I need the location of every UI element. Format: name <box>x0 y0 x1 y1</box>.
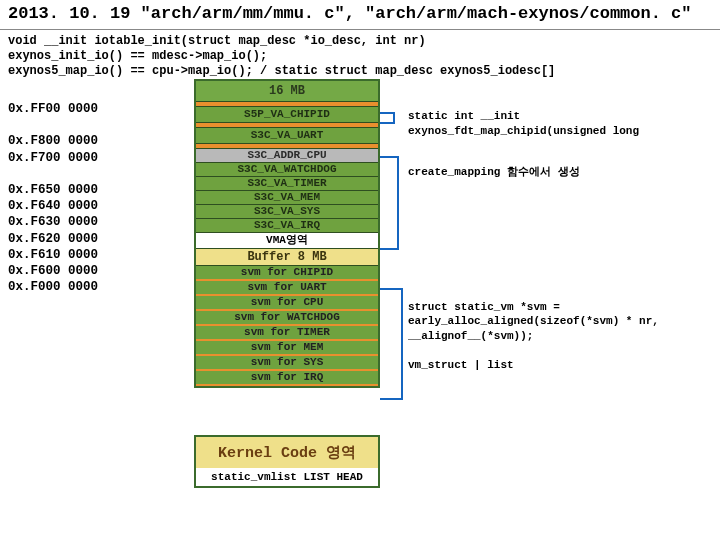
note-struct-line-2: early_alloc_aligned(sizeof(*svm) * nr, <box>408 314 712 329</box>
mem-header-16mb: 16 MB <box>196 81 378 102</box>
mem-row-irq: S3C_VA_IRQ <box>196 219 378 233</box>
note-struct-line-1: struct static_vm *svm = <box>408 300 712 315</box>
addr-3: 0x.F700 0000 <box>8 150 98 166</box>
addr-10: 0x.F600 0000 <box>8 263 98 279</box>
code-line-3: exynos5_map_io() == cpu->map_io(); / sta… <box>8 64 712 79</box>
memory-map-column: 16 MB S5P_VA_CHIPID S3C_VA_UART S3C_ADDR… <box>194 79 380 388</box>
svm-row-chipid: svm for CHIPID <box>196 266 378 281</box>
svm-row-watchdog: svm for WATCHDOG <box>196 311 378 326</box>
address-column: 0x.FF00 0000 0x.F800 0000 0x.F700 0000 0… <box>8 101 98 296</box>
svm-row-irq: svm for IRQ <box>196 371 378 386</box>
svm-row-sys: svm for SYS <box>196 356 378 371</box>
addr-5: 0x.F650 0000 <box>8 182 98 198</box>
note-vm-struct-list: vm_struct | list <box>408 358 712 373</box>
mem-row-chipid: S5P_VA_CHIPID <box>196 107 378 123</box>
svm-row-mem: svm for MEM <box>196 341 378 356</box>
note-create-mapping: create_mapping 함수에서 생성 <box>408 165 712 180</box>
svm-row-cpu: svm for CPU <box>196 296 378 311</box>
svm-row-uart: svm for UART <box>196 281 378 296</box>
note-struct-static-vm: struct static_vm *svm = early_alloc_alig… <box>408 300 712 345</box>
addr-11: 0x.F000 0000 <box>8 279 98 295</box>
addr-9: 0x.F610 0000 <box>8 247 98 263</box>
kernel-code-title: Kernel Code 영역 <box>196 437 378 468</box>
slide-title: 2013. 10. 19 "arch/arm/mm/mmu. c", "arch… <box>0 0 720 30</box>
code-block: void __init iotable_init(struct map_desc… <box>0 30 720 79</box>
kernel-code-sub: static_vmlist LIST HEAD <box>196 468 378 486</box>
addr-6: 0x.F640 0000 <box>8 198 98 214</box>
note-fdt-map-chipid: static int __init exynos_fdt_map_chipid(… <box>408 109 712 139</box>
kernel-code-box: Kernel Code 영역 static_vmlist LIST HEAD <box>194 435 380 488</box>
addr-8: 0x.F620 0000 <box>8 231 98 247</box>
mem-row-vma: VMA영역 <box>196 233 378 249</box>
mem-row-timer: S3C_VA_TIMER <box>196 177 378 191</box>
mem-row-watchdog: S3C_VA_WATCHDOG <box>196 163 378 177</box>
svm-row-timer: svm for TIMER <box>196 326 378 341</box>
code-line-1: void __init iotable_init(struct map_desc… <box>8 34 712 49</box>
annotation-column: static int __init exynos_fdt_map_chipid(… <box>408 109 712 373</box>
mem-row-buffer: Buffer 8 MB <box>196 249 378 266</box>
addr-0: 0x.FF00 0000 <box>8 101 98 117</box>
addr-2: 0x.F800 0000 <box>8 133 98 149</box>
mem-row-uart: S3C_VA_UART <box>196 128 378 144</box>
note-struct-line-3: __alignof__(*svm)); <box>408 329 712 344</box>
mem-row-mem: S3C_VA_MEM <box>196 191 378 205</box>
code-line-2: exynos_init_io() == mdesc->map_io(); <box>8 49 712 64</box>
addr-7: 0x.F630 0000 <box>8 214 98 230</box>
mem-row-sys: S3C_VA_SYS <box>196 205 378 219</box>
diagram-area: 0x.FF00 0000 0x.F800 0000 0x.F700 0000 0… <box>0 79 720 539</box>
mem-row-addrcpu: S3C_ADDR_CPU <box>196 149 378 163</box>
